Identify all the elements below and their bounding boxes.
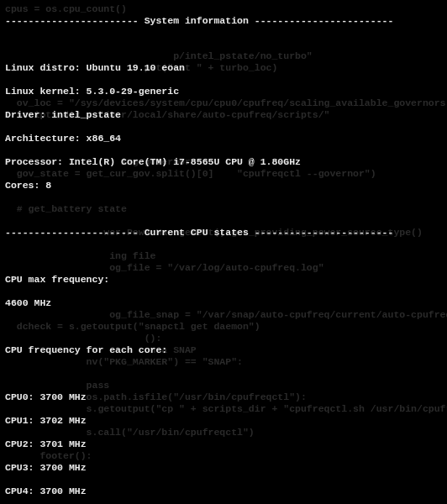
architecture: Architecture: x86_64 — [5, 133, 442, 144]
cpu-max-freq-label: CPU max frequency: — [5, 274, 442, 286]
section-header-system-info: ----------------------- System informati… — [5, 15, 442, 27]
cores: Cores: 8 — [5, 180, 442, 192]
cpu-freq-row: CPU4: 3700 MHz — [5, 486, 442, 497]
driver: Driver: intel_pstate — [5, 109, 442, 121]
cpu-freq-row: CPU2: 3701 MHz — [5, 438, 442, 450]
cpu-freq-row: CPU1: 3702 MHz — [5, 415, 442, 427]
linux-kernel: Linux kernel: 5.3.0-29-generic — [5, 86, 442, 97]
cpu-max-freq-value: 4600 MHz — [5, 297, 442, 309]
cpu-freq-row: CPU0: 3700 MHz — [5, 391, 442, 403]
section-header-cpu-states: ----------------------- Current CPU stat… — [5, 227, 442, 239]
linux-distro: Linux distro: Ubuntu 19.10 eoan — [5, 62, 442, 74]
processor: Processor: Intel(R) Core(TM) i7-8565U CP… — [5, 156, 442, 168]
cpu-freq-each-core-label: CPU frequency for each core: — [5, 344, 442, 356]
cpu-freq-row: CPU3: 3700 MHz — [5, 462, 442, 474]
